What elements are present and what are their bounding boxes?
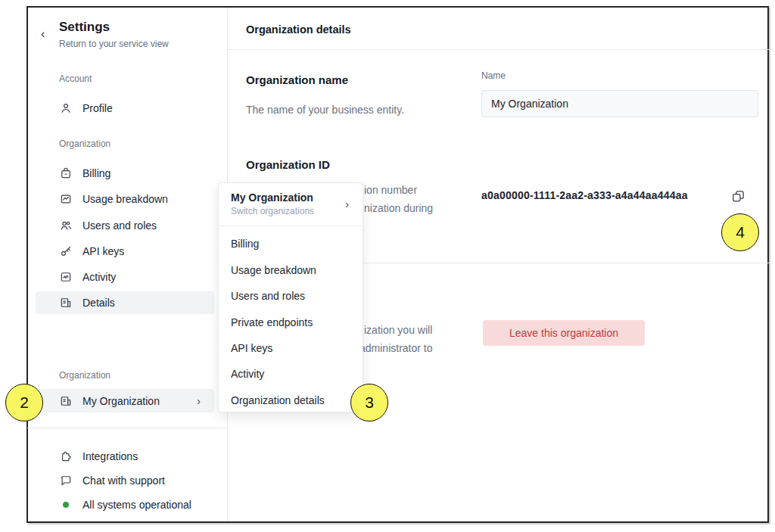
org-name-description: The name of your business entity. <box>246 104 404 116</box>
chart-icon <box>59 192 73 206</box>
users-icon <box>59 219 73 232</box>
sidebar-item-activity[interactable]: Activity <box>36 266 214 288</box>
section-label-organization: Organization <box>59 138 110 149</box>
activity-icon <box>59 270 73 284</box>
copy-icon[interactable] <box>730 188 746 204</box>
org-id-title: Organization ID <box>246 158 330 171</box>
sidebar-item-details[interactable]: Details <box>36 291 214 314</box>
sidebar-divider <box>27 428 227 428</box>
sidebar-item-label: My Organization <box>82 395 160 407</box>
screenshot-canvas: ‹ Settings Return to your service view A… <box>0 0 775 532</box>
section-label-account: Account <box>59 73 92 84</box>
dropdown-org-name[interactable]: My Organization <box>231 191 313 204</box>
org-id-description-fragment: nization during <box>364 202 433 214</box>
dropdown-item-usage-breakdown[interactable]: Usage breakdown <box>231 264 316 279</box>
callout-badge-3: 3 <box>350 384 388 422</box>
sidebar-item-users-and-roles[interactable]: Users and roles <box>36 214 214 237</box>
leave-description-fragment: administrator to <box>359 342 432 354</box>
dropdown-item-private-endpoints[interactable]: Private endpoints <box>231 316 313 331</box>
main-header-divider <box>228 49 769 50</box>
sidebar-item-label: Usage breakdown <box>82 193 168 205</box>
dropdown-item-users-and-roles[interactable]: Users and roles <box>231 290 305 305</box>
dropdown-divider <box>219 226 363 226</box>
sidebar-item-label: API keys <box>82 245 124 257</box>
status-dot-icon <box>59 498 73 512</box>
main-header-title: Organization details <box>246 23 351 36</box>
sidebar-item-label: Integrations <box>82 450 138 462</box>
sidebar-item-api-keys[interactable]: API keys <box>36 240 214 263</box>
dropdown-item-api-keys[interactable]: API keys <box>231 342 272 357</box>
callout-badge-2: 2 <box>5 384 43 422</box>
chevron-right-icon: › <box>345 198 349 210</box>
page-title: Settings <box>59 20 110 35</box>
sidebar-item-label: Chat with support <box>82 474 165 487</box>
name-field-label: Name <box>481 70 506 81</box>
dropdown-org-subtitle: Switch organizations <box>231 206 314 216</box>
user-icon <box>59 101 73 115</box>
sidebar-item-my-organization[interactable]: My Organization › <box>36 389 214 412</box>
sidebar-item-label: Users and roles <box>82 219 157 232</box>
building-icon <box>59 394 73 408</box>
sidebar-item-label: Activity <box>82 271 116 283</box>
sidebar-item-chat-with-support[interactable]: Chat with support <box>36 469 214 492</box>
org-name-title: Organization name <box>246 73 348 86</box>
sidebar-item-billing[interactable]: Billing <box>36 162 214 185</box>
organization-switcher-dropdown: My Organization Switch organizations › B… <box>218 182 363 412</box>
sidebar-item-label: All systems operational <box>82 499 191 511</box>
leave-description-fragment: ization you will <box>364 324 432 336</box>
org-name-input[interactable] <box>481 90 758 117</box>
org-id-value: a0a00000-1111-2aa2-a333-a4a44aa444aa <box>481 189 688 201</box>
building-icon <box>59 296 73 310</box>
dropdown-item-billing[interactable]: Billing <box>231 238 259 253</box>
leave-organization-button[interactable]: Leave this organization <box>483 320 645 346</box>
sidebar-item-integrations[interactable]: Integrations <box>36 445 214 468</box>
section-label-organization-2: Organization <box>59 370 110 381</box>
org-id-description-fragment: ion number <box>364 184 417 196</box>
dropdown-item-activity[interactable]: Activity <box>231 368 264 383</box>
sidebar-item-label: Billing <box>82 167 110 179</box>
dropdown-item-organization-details[interactable]: Organization details <box>231 394 325 409</box>
sidebar-item-label: Profile <box>82 102 113 114</box>
wallet-icon <box>59 166 73 180</box>
sidebar-item-label: Details <box>82 297 115 309</box>
chat-icon <box>59 474 73 487</box>
page-subtitle: Return to your service view <box>59 39 169 49</box>
sidebar-item-system-status[interactable]: All systems operational <box>36 493 214 516</box>
sidebar-item-usage-breakdown[interactable]: Usage breakdown <box>36 188 214 210</box>
key-icon <box>59 244 73 258</box>
callout-badge-4: 4 <box>721 213 759 251</box>
puzzle-icon <box>59 450 73 463</box>
back-chevron-icon[interactable]: ‹ <box>41 27 45 41</box>
sidebar-item-profile[interactable]: Profile <box>36 97 214 120</box>
chevron-right-icon: › <box>197 395 201 407</box>
